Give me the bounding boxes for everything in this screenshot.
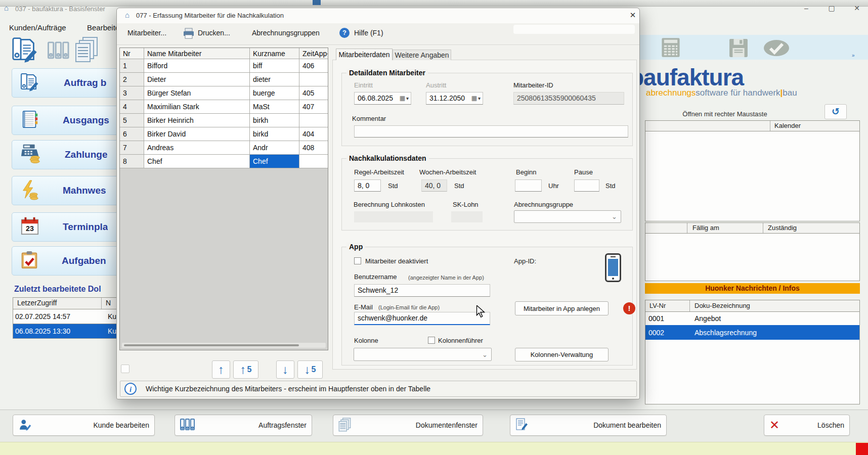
email-field[interactable]: schwenk@huonker.de	[354, 312, 490, 325]
tab-weitere-angaben[interactable]: Weitere Angaben	[393, 50, 451, 60]
tab-mitarbeiterdaten[interactable]: Mitarbeiterdaten	[336, 49, 393, 60]
employee-row[interactable]: 2 Dieter dieter	[120, 73, 328, 86]
calendar-grid-icon[interactable]: ▦	[400, 93, 405, 104]
down-arrow-icon: ↓	[305, 362, 311, 377]
regel-field[interactable]: 8, 0	[354, 179, 381, 192]
kolonnen-verwaltung-button[interactable]: Kolonnen-Verwaltung	[515, 348, 609, 361]
menu-mitarbeiter[interactable]: Mitarbeiter...	[127, 29, 166, 37]
col-zeitapp[interactable]: ZeitApp-	[299, 48, 328, 59]
corner-checkbox[interactable]	[121, 365, 129, 373]
calendar-body[interactable]	[645, 131, 860, 221]
cell-kurzname: birkd	[250, 127, 299, 141]
recent-docs-heading: Zuletzt bearbeitete Dol	[14, 285, 116, 294]
kolonnenfuehrer-checkbox[interactable]	[428, 337, 435, 344]
calendar-grid-icon[interactable]: ▦	[471, 93, 477, 104]
maximize-button[interactable]: ▢	[824, 4, 839, 12]
cell-name: Dieter	[144, 73, 250, 86]
kunde-bearbeiten-button[interactable]: Kunde bearbeiten	[13, 415, 155, 436]
mitarbeiter-in-app-anlegen-button[interactable]: Mitarbeiter in App anlegen	[515, 301, 609, 315]
close-button[interactable]: ✕	[850, 4, 864, 12]
employee-table-header[interactable]: Nr Name Mitarbeiter Kurzname ZeitApp-	[120, 48, 328, 59]
kommentar-field[interactable]	[354, 125, 628, 138]
auftrag-icon	[20, 71, 40, 95]
empty-header-cell	[645, 121, 770, 131]
col-name[interactable]: Name Mitarbeiter	[144, 48, 250, 59]
benutzername-field[interactable]: Schwenk_12	[354, 284, 490, 297]
sidebar-item-label: Aufgaben	[62, 255, 106, 266]
binders-toolbar-icon[interactable]	[48, 38, 70, 65]
date-dropdown-icon[interactable]: ▾	[478, 93, 481, 104]
cell-kurzname-selected: Chef	[250, 155, 299, 168]
horizontal-scrollbar[interactable]	[122, 343, 326, 348]
detaildaten-groupbox: Detaildaten Mitarbeiter Eintritt Austrit…	[341, 73, 633, 146]
dokumentenfenster-button[interactable]: Dokumentenfenster	[333, 415, 483, 436]
col-kurzname[interactable]: Kurzname	[250, 48, 299, 59]
document-edit-toolbar-icon[interactable]	[11, 35, 40, 66]
employee-row[interactable]: 1 Bifford biff 406	[120, 59, 328, 73]
date-dropdown-icon[interactable]: ▾	[406, 93, 409, 104]
cell-zeitapp	[299, 155, 328, 168]
save-icon[interactable]	[727, 38, 750, 60]
employee-row[interactable]: 4 Maximilian Stark MaSt 407	[120, 100, 328, 114]
up-arrow-icon: ↑	[240, 362, 246, 377]
cell-name: Bifford	[144, 59, 250, 73]
wochen-field: 40, 0	[421, 179, 447, 192]
last-access-cell: 02.07.2025 14:57	[13, 312, 104, 321]
menu-abrechnungsgruppen[interactable]: Abrechnungsgruppen	[252, 29, 320, 37]
due-body[interactable]	[645, 234, 860, 281]
sidebar-item-label: Zahlunge	[65, 149, 107, 160]
menu-hilfe[interactable]: Hilfe (F1)	[354, 29, 383, 37]
regel-label: Regel-Arbeitszeit	[354, 168, 404, 176]
pause-field[interactable]	[574, 179, 599, 192]
abrechnungsgruppe-dropdown[interactable]: ⌄	[514, 210, 621, 223]
kolonne-dropdown[interactable]: ⌄	[354, 348, 492, 361]
taskbar-fragment	[313, 0, 321, 5]
employee-row[interactable]: 5 Birker Heinrich birkh	[120, 114, 328, 127]
doc-row[interactable]: 0001 Angebot	[645, 312, 859, 325]
cell-name: Bürger Stefan	[144, 86, 250, 100]
dokument-bearbeiten-button[interactable]: Dokument bearbeiten	[510, 415, 667, 436]
col-nr[interactable]: Nr	[120, 48, 144, 59]
menu-kunden-auftraege[interactable]: Kunden/Aufträge	[9, 23, 66, 32]
cell-nr: 8	[120, 155, 144, 168]
overflow-chevrons[interactable]: »	[852, 53, 855, 58]
move-down-5-button[interactable]: ↓5	[297, 360, 323, 379]
huonker-news-banner: Huonker Nachrichten / Infos	[645, 283, 860, 294]
scrollbar-thumb[interactable]	[124, 344, 299, 346]
column-header[interactable]: LetzerZugriff	[13, 298, 102, 309]
refresh-button[interactable]: ↺	[824, 104, 847, 119]
cell-name: Chef	[144, 155, 250, 168]
cell-kurzname: buerge	[250, 86, 299, 100]
move-up-button[interactable]: ↑	[212, 360, 230, 379]
delete-x-icon: ✕	[769, 419, 779, 431]
austritt-date-field[interactable]: 31.12.2050 ▦ ▾	[426, 92, 483, 105]
employee-row[interactable]: 3 Bürger Stefan buerge 405	[120, 86, 328, 100]
loeschen-button[interactable]: ✕ Löschen	[764, 415, 850, 436]
empty-header-cell	[645, 223, 687, 233]
nachkalkulation-groupbox: Nachkalkulationsdaten Regel-Arbeitszeit …	[341, 158, 633, 231]
help-icon[interactable]: ?	[339, 28, 350, 38]
dialog-close-icon[interactable]: ✕	[627, 11, 639, 20]
dialog-titlebar: ⌂ 077 - Erfassung Mitarbeiter für die Na…	[117, 8, 639, 24]
move-up-5-button[interactable]: ↑5	[233, 360, 258, 379]
beginn-field[interactable]	[515, 179, 542, 192]
mitarbeiter-deaktiviert-checkbox[interactable]	[354, 257, 361, 264]
auftragsfenster-button[interactable]: Auftragsfenster	[175, 415, 312, 436]
column-header[interactable]: N	[102, 298, 111, 309]
menu-drucken[interactable]: Drucken...	[198, 29, 230, 37]
employee-row[interactable]: 6 Birker David birkd 404	[120, 127, 328, 141]
eintritt-date-field[interactable]: 06.08.2025 ▦ ▾	[354, 92, 411, 105]
documents-toolbar-icon[interactable]	[74, 36, 100, 65]
menu-bearbeiten[interactable]: Bearbeite	[87, 23, 119, 32]
confirm-check-icon[interactable]	[763, 38, 790, 60]
sidebar-item-label: Terminpla	[63, 221, 108, 233]
printer-icon[interactable]	[183, 27, 195, 41]
minimize-button[interactable]: –	[799, 4, 813, 12]
doc-row-selected[interactable]: 0002 Abschlagsrechnung	[645, 325, 859, 340]
employee-table: Nr Name Mitarbeiter Kurzname ZeitApp- 1 …	[119, 48, 328, 350]
employee-row-selected[interactable]: 8 Chef Chef	[120, 155, 328, 168]
calculator-icon[interactable]	[660, 37, 682, 60]
move-down-button[interactable]: ↓	[276, 360, 294, 379]
button-label: Dokument bearbeiten	[593, 421, 661, 429]
employee-row[interactable]: 7 Andreas Andr 408	[120, 141, 328, 155]
